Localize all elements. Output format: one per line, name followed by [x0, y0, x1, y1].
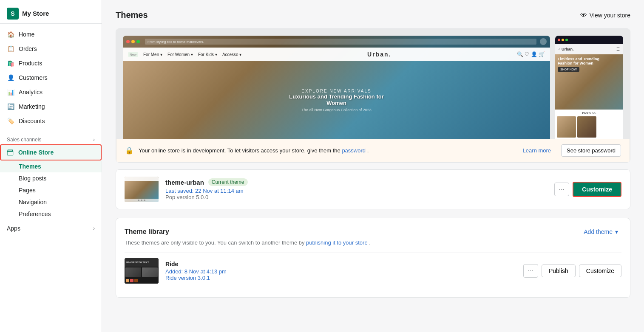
current-theme-card: theme-urban Current theme Last saved: 22… — [116, 169, 630, 209]
sidebar-sub-item-navigation[interactable]: Navigation — [0, 196, 102, 208]
apps-label: Apps — [7, 225, 20, 232]
ride-img-2 — [142, 267, 158, 277]
ride-icon-1 — [126, 279, 129, 282]
sidebar-label-customers: Customers — [19, 74, 95, 81]
sidebar-label-orders: Orders — [19, 45, 95, 52]
ride-date: Added: 8 Nov at 4:13 pm — [165, 268, 227, 275]
theme-thumbnail — [125, 177, 159, 202]
max-dot-m — [565, 39, 568, 41]
ride-img-1 — [125, 267, 141, 277]
close-dot-m — [558, 39, 560, 41]
theme-preview-images: From styling tips to home makeovers. New… — [116, 29, 630, 139]
sidebar-item-online-store[interactable]: Online Store — [0, 144, 102, 160]
ride-thumb-top: IMAGE WITH TEXT — [125, 258, 159, 267]
sales-channels-section: Sales channels › — [0, 132, 102, 144]
ride-more-button[interactable]: ··· — [523, 264, 538, 278]
customers-icon: 👤 — [7, 74, 14, 82]
sidebar-item-products[interactable]: 🛍️ Products — [0, 56, 102, 70]
ride-thumb-body — [125, 267, 159, 278]
chevron-down-icon: ▾ — [615, 228, 618, 235]
learn-more-link[interactable]: Learn more — [523, 147, 551, 154]
chevron-right-icon: › — [93, 137, 95, 143]
ride-name: Ride — [165, 261, 516, 267]
sidebar-sub-item-blog-posts[interactable]: Blog posts — [0, 172, 102, 184]
orders-icon: 📋 — [7, 45, 14, 53]
password-notice: 🔒 Your online store is in development. T… — [116, 139, 630, 162]
thumb-dot-1 — [138, 200, 139, 201]
sidebar-label-online-store: Online Store — [18, 149, 94, 156]
sidebar-label-analytics: Analytics — [19, 89, 95, 96]
theme-info: theme-urban Current theme Last saved: 22… — [165, 178, 548, 200]
sidebar-sub-item-pages[interactable]: Pages — [0, 184, 102, 196]
home-icon: 🏠 — [7, 31, 14, 38]
sidebar-sub-item-preferences[interactable]: Preferences — [0, 208, 102, 220]
store-header: S My Store — [0, 0, 102, 24]
current-theme-badge: Current theme — [208, 178, 248, 186]
theme-actions: ··· Customize — [554, 182, 621, 197]
theme-library-item: IMAGE WITH TEXT Ride Added: 8 Nov at 4:1… — [125, 253, 621, 289]
sidebar-label-products: Products — [19, 60, 95, 67]
ride-version: Ride version 3.0.1 — [165, 275, 210, 281]
theme-meta: Last saved: 22 Nov at 11:14 am Pop versi… — [165, 188, 548, 200]
thumb-footer — [125, 199, 159, 202]
ride-info: Ride Added: 8 Nov at 4:13 pm Ride versio… — [165, 261, 516, 281]
main-nav: 🏠 Home 📋 Orders 🛍️ Products 👤 Customers … — [0, 24, 102, 132]
ride-thumb-footer — [125, 278, 159, 284]
password-link[interactable]: password — [342, 147, 366, 154]
sidebar-item-home[interactable]: 🏠 Home — [0, 27, 102, 42]
mobile-content: Limitless and Trending Fashion for Women… — [555, 54, 623, 139]
theme-library-subtitle: These themes are only visible to you. Yo… — [125, 239, 621, 246]
ride-icon-2 — [130, 279, 133, 282]
view-store-button[interactable]: 👁 View your store — [580, 11, 630, 19]
sidebar-item-analytics[interactable]: 📊 Analytics — [0, 85, 102, 99]
close-dot — [126, 40, 130, 43]
sidebar-label-marketing: Marketing — [19, 103, 95, 110]
ride-thumbnail: IMAGE WITH TEXT — [125, 258, 159, 284]
desktop-preview: From styling tips to home makeovers. New… — [123, 36, 550, 139]
thumb-nav — [125, 177, 159, 181]
publishing-link[interactable]: publishing it to your store — [306, 239, 368, 246]
analytics-icon: 📊 — [7, 88, 14, 96]
desktop-nav: New For Men ▾ For Women ▾ For Kids ▾ Acc… — [123, 48, 550, 61]
store-name: My Store — [22, 10, 49, 17]
marketing-icon: 🔄 — [7, 103, 14, 110]
lock-icon: 🔒 — [125, 146, 133, 155]
thumb-dot-3 — [144, 200, 145, 201]
online-store-icon — [6, 149, 14, 156]
add-theme-button[interactable]: Add theme ▾ — [580, 227, 621, 237]
customize-button[interactable]: Customize — [573, 182, 621, 197]
sidebar-item-discounts[interactable]: 🏷️ Discounts — [0, 114, 102, 128]
products-icon: 🛍️ — [7, 59, 14, 67]
thumb-body — [125, 181, 159, 199]
theme-library-title: Theme library — [125, 228, 169, 236]
sidebar-apps[interactable]: Apps › — [0, 222, 102, 235]
theme-saved-date: Last saved: 22 Nov at 11:14 am — [165, 188, 244, 194]
see-password-button[interactable]: See store password — [561, 144, 621, 157]
minimize-dot — [131, 40, 135, 43]
page-title: Themes — [116, 10, 148, 20]
mobile-nav: ‹ Urban. ☰ — [555, 44, 623, 54]
maximize-dot — [136, 40, 140, 43]
hero-section: EXPLORE NEW ARRIVALS Luxurious and Trend… — [123, 61, 550, 139]
current-theme-more-button[interactable]: ··· — [554, 183, 569, 196]
online-store-subnav: Themes Blog posts Pages Navigation Prefe… — [0, 160, 102, 222]
page-header: Themes 👁 View your store — [116, 10, 630, 20]
publish-button[interactable]: Publish — [542, 264, 576, 277]
sidebar-sub-item-themes[interactable]: Themes — [0, 160, 102, 172]
min-dot-m — [562, 39, 564, 41]
theme-library-header: Theme library Add theme ▾ — [125, 227, 621, 237]
theme-preview-card: From styling tips to home makeovers. New… — [116, 28, 630, 163]
sidebar-item-orders[interactable]: 📋 Orders — [0, 42, 102, 56]
ride-customize-button[interactable]: Customize — [579, 264, 621, 277]
sidebar-label-discounts: Discounts — [19, 118, 95, 124]
thumb-dot-2 — [141, 200, 142, 201]
ride-actions: ··· Publish Customize — [523, 264, 621, 278]
ride-meta: Added: 8 Nov at 4:13 pm Ride version 3.0… — [165, 268, 516, 281]
desktop-bar: From styling tips to home makeovers. — [123, 36, 550, 48]
theme-version: Pop version 5.0.0 — [165, 194, 208, 200]
sidebar-item-customers[interactable]: 👤 Customers — [0, 70, 102, 85]
mobile-bar — [555, 36, 623, 44]
theme-name-row: theme-urban Current theme — [165, 178, 548, 186]
sidebar-item-marketing[interactable]: 🔄 Marketing — [0, 99, 102, 114]
eye-icon: 👁 — [580, 11, 587, 19]
